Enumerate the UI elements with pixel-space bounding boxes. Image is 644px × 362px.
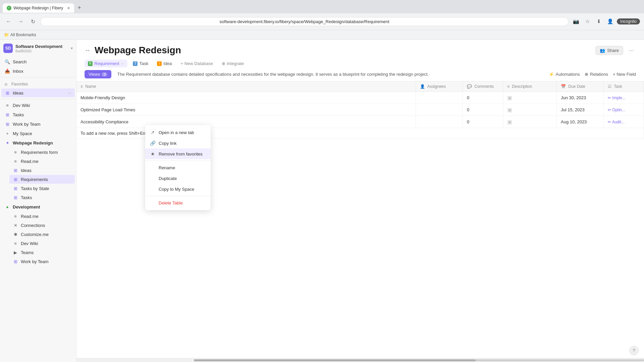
context-menu-item-rename[interactable]: Rename <box>145 162 211 173</box>
context-menu-item-delete-table[interactable]: Delete Table <box>145 197 211 208</box>
task-col-icon: ☑ <box>608 84 611 89</box>
page-more-button[interactable]: ··· <box>627 46 636 55</box>
horizontal-scrollbar[interactable] <box>76 358 644 362</box>
sidebar-item-my-space[interactable]: + My Space <box>1 129 75 138</box>
profile-icon[interactable]: 👤 <box>605 17 615 26</box>
sidebar-divider-1 <box>0 77 76 77</box>
address-bar[interactable]: software-development.fibery.io/fibery/sp… <box>40 17 569 26</box>
requirements-grid-icon: ⊞ <box>13 177 18 182</box>
sidebar-item-tasks[interactable]: ⊞ Tasks <box>1 110 75 119</box>
context-menu-item-copy-to-my-space[interactable]: Copy to My Space <box>145 184 211 194</box>
download-icon[interactable]: ⬇ <box>594 17 603 26</box>
webpage-redesign-children: ≡ Requirements form ≡ Read.me ⊞ Ideas ⊞ … <box>0 147 76 202</box>
active-tab[interactable]: F Webpage Redesign | Fibery × <box>3 3 74 13</box>
context-menu-item-copy-link[interactable]: 🔗 Copy link <box>145 138 211 148</box>
sidebar-item-dev-wiki2[interactable]: ≡ Dev Wiki <box>9 239 75 248</box>
help-button[interactable]: ? <box>629 346 639 355</box>
requirement-tab-label: Requirement <box>94 61 119 66</box>
views-bar: Views 3 The Requirement database contain… <box>76 67 644 81</box>
url-display: software-development.fibery.io/fibery/sp… <box>45 19 564 24</box>
share-button[interactable]: 👥 Share <box>595 46 623 55</box>
cell-name-1[interactable]: Mobile-Friendly Design <box>76 92 416 104</box>
integrate-button[interactable]: ⊕ Integrate <box>218 60 247 67</box>
tab-bar: F Webpage Redesign | Fibery × + <box>0 0 644 13</box>
sidebar-item-work-by-team2[interactable]: ⊞ Work by Team <box>9 257 75 266</box>
requirement-tab-dots[interactable]: ··· <box>121 61 124 66</box>
sidebar-item-work-by-team[interactable]: ⊞ Work by Team <box>1 120 75 128</box>
forward-button[interactable]: → <box>16 17 25 26</box>
sidebar-item-requirements[interactable]: ⊞ Requirements <box>9 175 75 184</box>
col-header-due-date: 📅 Due Date <box>557 81 604 92</box>
sidebar-item-teams[interactable]: ▶ Teams <box>9 248 75 257</box>
sidebar-dev-wiki2-label: Dev Wiki <box>21 241 71 246</box>
views-description: The Requirement database contains detail… <box>114 72 546 77</box>
sidebar-item-inbox[interactable]: 📥 Inbox <box>1 67 75 75</box>
sidebar-item-dev-wiki[interactable]: ≡ Dev Wiki <box>1 101 75 110</box>
sidebar-item-webpage-redesign[interactable]: ✦ Webpage Redesign <box>1 138 75 147</box>
page-icon: ↔ <box>85 47 91 54</box>
sidebar-search-label: Search <box>13 59 71 64</box>
relations-button[interactable]: ⊗ Relations <box>585 72 608 77</box>
tab-favicon: F <box>7 6 11 10</box>
tab-task[interactable]: T Task <box>129 60 152 67</box>
sidebar-item-dev-readme[interactable]: ≡ Read.me <box>9 212 75 221</box>
sidebar-ideas-wp-label: Ideas <box>21 168 71 173</box>
new-field-button[interactable]: + New Field <box>613 72 636 77</box>
sidebar-req-form-label: Requirements form <box>21 150 71 155</box>
new-tab-button[interactable]: + <box>75 4 84 12</box>
views-button[interactable]: Views 3 <box>85 70 111 78</box>
views-actions: ⚡ Automations ⊗ Relations + New Field <box>549 72 636 77</box>
share-label: Share <box>607 48 619 53</box>
table-row[interactable]: Mobile-Friendly Design 0 ▣ Jun 30, 2023 … <box>76 92 644 104</box>
main-content: ↔ Webpage Redesign 👥 Share ··· R Require… <box>76 40 644 362</box>
context-menu-item-remove-favorites[interactable]: ★ Remove from favorites <box>145 148 211 159</box>
sidebar-connections-label: Connections <box>21 223 71 228</box>
workspace-selector[interactable]: SD Software Development 6ad8d3d1 ▾ <box>0 40 76 57</box>
new-db-label: + New Database <box>181 61 213 66</box>
requirement-tab-icon: R <box>88 61 93 66</box>
cell-description-1: ▣ <box>503 92 557 104</box>
cell-comments-3: 0 <box>463 116 503 128</box>
sidebar-item-ideas-fav[interactable]: ⊞ Ideas ··· <box>1 88 75 97</box>
camera-icon[interactable]: 📷 <box>571 17 581 26</box>
cell-name-3[interactable]: Accessibility Compliance <box>76 116 416 128</box>
sidebar-work-by-team2-label: Work by Team <box>21 259 71 264</box>
sidebar-item-development[interactable]: ● Development <box>1 202 75 211</box>
ideas-fav-more-button[interactable]: ··· <box>67 90 71 96</box>
cell-task-1: ✏ Imple... <box>604 92 644 104</box>
new-database-button[interactable]: + New Database <box>177 60 216 67</box>
sidebar-item-tasks-by-state[interactable]: ⊞ Tasks by State <box>9 184 75 193</box>
sidebar-tasks-wp-label: Tasks <box>21 195 71 200</box>
idea-tab-icon: I <box>157 61 162 66</box>
sidebar-item-requirements-form[interactable]: ≡ Requirements form <box>9 148 75 157</box>
table-row[interactable]: Optimized Page Load Times 0 ▣ Jul 15, 20… <box>76 104 644 116</box>
star-icon[interactable]: ☆ <box>583 17 592 26</box>
tasks-wp-grid-icon: ⊞ <box>13 195 18 200</box>
tab-requirement[interactable]: R Requirement ··· <box>85 60 127 67</box>
workspace-info: Software Development 6ad8d3d1 <box>15 44 62 53</box>
task-tab-icon: T <box>133 61 138 66</box>
context-menu-item-open-new-tab[interactable]: ↗ Open in a new tab <box>145 127 211 138</box>
assignees-col-icon: 👤 <box>420 84 425 89</box>
remove-favorites-icon: ★ <box>150 151 155 157</box>
page-header-right: 👥 Share ··· <box>595 46 636 55</box>
cell-name-2[interactable]: Optimized Page Load Times <box>76 104 416 116</box>
delete-table-label: Delete Table <box>159 200 183 205</box>
back-button[interactable]: ← <box>4 17 13 26</box>
sidebar-item-ideas-wp[interactable]: ⊞ Ideas <box>9 166 75 175</box>
sidebar-item-customize-me[interactable]: ✺ Customize.me <box>9 230 75 239</box>
automations-button[interactable]: ⚡ Automations <box>549 72 580 77</box>
workspace-chevron-icon: ▾ <box>71 46 73 51</box>
sidebar-item-search[interactable]: 🔍 Search <box>1 57 75 66</box>
sidebar-teams-label: Teams <box>21 250 71 255</box>
sidebar-item-tasks-wp[interactable]: ⊞ Tasks <box>9 193 75 202</box>
tab-idea[interactable]: I Idea <box>154 60 175 67</box>
context-menu-item-duplicate[interactable]: Duplicate <box>145 173 211 184</box>
views-count: 3 <box>102 72 107 76</box>
sidebar-item-readme[interactable]: ≡ Read.me <box>9 157 75 166</box>
sidebar-item-connections[interactable]: ✕ Connections <box>9 221 75 230</box>
scrollbar-thumb[interactable] <box>194 359 476 361</box>
reload-button[interactable]: ↻ <box>28 17 38 26</box>
col-header-comments: 💬 Comments <box>463 81 503 92</box>
tab-close-button[interactable]: × <box>67 5 70 11</box>
